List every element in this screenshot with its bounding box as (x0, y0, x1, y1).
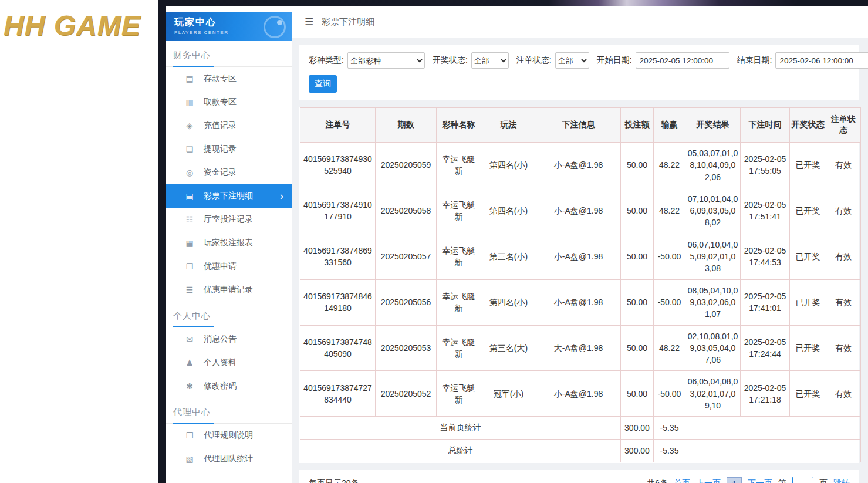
page-summary-winloss: -5.35 (654, 417, 685, 440)
column-header: 下注时间 (741, 108, 790, 143)
table-cell: 小-A盘@1.98 (536, 279, 621, 325)
profile-icon: ♟ (185, 358, 194, 367)
table-cell: 401569173874748405090 (300, 325, 376, 371)
table-cell: 401569173874930525940 (300, 143, 376, 188)
end-date-label: 结束日期: (737, 55, 772, 66)
left-dark-strip (158, 0, 166, 483)
sidebar-item-withdrawal-records[interactable]: ❏提现记录 (166, 137, 292, 161)
end-date-input[interactable] (775, 52, 868, 69)
table-body: 40156917387493052594020250205059幸运飞艇新第四名… (300, 143, 861, 417)
table-row: 40156917387491017791020250205058幸运飞艇新第四名… (300, 188, 861, 234)
jump-label-pre: 第 (778, 478, 786, 483)
table-cell: 幸运飞艇新 (437, 234, 481, 279)
sidebar-item-label: 取款专区 (204, 97, 237, 107)
change-password-icon: ✱ (185, 381, 194, 391)
start-date-input[interactable] (636, 52, 729, 69)
page-summary-empty (685, 417, 861, 440)
player-bet-report-icon: ▦ (185, 238, 194, 248)
order-status-label: 注单状态: (516, 55, 552, 66)
sidebar-item-agent-rules[interactable]: ❒代理规则说明 (166, 424, 292, 447)
table-cell: 幸运飞艇新 (437, 371, 481, 417)
table-header-row: 注单号期数彩种名称玩法下注信息投注额输赢开奖结果下注时间开奖状态注单状态 (300, 108, 861, 143)
prev-page-link[interactable]: 上一页 (696, 478, 721, 483)
sidebar-item-lottery-bet-details[interactable]: ▤彩票下注明细› (166, 184, 292, 208)
table-cell: 第三名(大) (481, 325, 536, 371)
menu-toggle-icon[interactable]: ☰ (305, 16, 313, 28)
sidebar-item-withdraw[interactable]: ▥取款专区 (166, 90, 292, 114)
sidebar: 玩家中心 PLAYERS CENTER 财务中心▤存款专区▥取款专区◈充值记录❏… (166, 6, 292, 483)
table-cell: 小-A盘@1.98 (536, 143, 621, 188)
sidebar-item-label: 消息公告 (204, 334, 237, 344)
players-center-header: 玩家中心 PLAYERS CENTER (166, 12, 292, 41)
table-cell: 401569173874846149180 (300, 279, 376, 325)
sidebar-item-deposit[interactable]: ▤存款专区 (166, 67, 292, 90)
sidebar-item-promo-apply[interactable]: ❐优惠申请 (166, 255, 292, 278)
sidebar-item-profile[interactable]: ♟个人资料 (166, 351, 292, 374)
section-title-1: 个人中心 (166, 302, 292, 327)
top-dark-strip (158, 0, 868, 6)
search-button[interactable]: 查询 (309, 75, 337, 93)
order-status-select[interactable]: 全部 (555, 52, 589, 69)
lottery-type-select[interactable]: 全部彩种 (347, 52, 425, 69)
withdraw-icon: ▥ (185, 97, 194, 107)
column-header: 投注额 (621, 108, 654, 143)
first-page-link[interactable]: 首页 (674, 478, 690, 483)
bets-table-card: 注单号期数彩种名称玩法下注信息投注额输赢开奖结果下注时间开奖状态注单状态 401… (299, 107, 859, 463)
next-page-link[interactable]: 下一页 (748, 478, 772, 483)
sidebar-item-hall-bet-records[interactable]: ☷厅室投注记录 (166, 208, 292, 231)
section-title-0: 财务中心 (166, 41, 292, 67)
chevron-right-icon: › (280, 191, 283, 201)
sidebar-item-label: 提现记录 (204, 144, 237, 154)
sidebar-item-agent-team-stats[interactable]: ▧代理团队统计 (166, 447, 292, 471)
sidebar-item-label: 彩票下注明细 (204, 191, 253, 201)
table-cell: 小-A盘@1.98 (536, 188, 621, 234)
filter-row: 彩种类型: 全部彩种 开奖状态: 全部 注单状态: 全部 开始日期: (309, 52, 850, 69)
page-summary-bet: 300.00 (621, 417, 654, 440)
table-row: 40156917387484614918020250205056幸运飞艇新第四名… (300, 279, 861, 325)
table-cell: 幸运飞艇新 (437, 279, 481, 325)
sidebar-item-label: 代理规则说明 (204, 430, 253, 441)
sidebar-item-change-password[interactable]: ✱修改密码 (166, 374, 292, 398)
table-cell: 05,03,07,01,08,10,04,09,02,06 (685, 143, 741, 188)
sidebar-menu: 财务中心▤存款专区▥取款专区◈充值记录❏提现记录◎资金记录▤彩票下注明细›☷厅室… (166, 41, 292, 471)
hall-bet-records-icon: ☷ (185, 215, 194, 224)
table-cell: 幸运飞艇新 (437, 188, 481, 234)
column-header: 开奖状态 (790, 108, 826, 143)
draw-status-select[interactable]: 全部 (471, 52, 509, 69)
table-cell: 已开奖 (790, 279, 826, 325)
table-cell: 第三名(小) (481, 234, 536, 279)
sidebar-item-label: 玩家投注报表 (204, 238, 253, 248)
table-cell: 20250205058 (376, 188, 437, 234)
sidebar-item-label: 个人资料 (204, 357, 237, 368)
sidebar-item-funds-records[interactable]: ◎资金记录 (166, 161, 292, 184)
sidebar-item-recharge-records[interactable]: ◈充值记录 (166, 114, 292, 137)
total-summary-row: 总统计 300.00 -5.35 (300, 440, 861, 462)
current-page[interactable]: 1 (727, 477, 742, 483)
table-cell: 08,05,04,10,09,03,02,06,01,07 (685, 279, 741, 325)
column-header: 期数 (376, 108, 437, 143)
sidebar-item-label: 存款专区 (204, 73, 237, 84)
jump-page-input[interactable] (792, 477, 813, 483)
table-cell: 冠军(小) (481, 371, 536, 417)
sidebar-item-promo-apply-records[interactable]: ☰优惠申请记录 (166, 278, 292, 302)
column-header: 开奖结果 (685, 108, 741, 143)
table-cell: 2025-02-05 17:21:18 (741, 371, 790, 417)
column-header: 彩种名称 (437, 108, 481, 143)
table-cell: -50.00 (654, 371, 685, 417)
table-cell: -50.00 (654, 279, 685, 325)
topbar: ☰ 彩票下注明细 (292, 6, 868, 38)
deposit-icon: ▤ (185, 74, 194, 83)
sidebar-item-player-bet-report[interactable]: ▦玩家投注报表 (166, 231, 292, 255)
table-cell: 2025-02-05 17:41:01 (741, 279, 790, 325)
jump-link[interactable]: 跳转 (833, 478, 850, 483)
agent-team-stats-icon: ▧ (185, 454, 194, 464)
agent-rules-icon: ❒ (185, 431, 194, 440)
table-cell: 06,07,10,04,05,09,02,01,03,08 (685, 234, 741, 279)
table-cell: 已开奖 (790, 325, 826, 371)
total-summary-winloss: -5.35 (654, 440, 685, 462)
filter-panel: 彩种类型: 全部彩种 开奖状态: 全部 注单状态: 全部 开始日期: (299, 45, 859, 100)
table-cell: 48.22 (654, 143, 685, 188)
table-cell: 50.00 (621, 279, 654, 325)
sidebar-item-messages[interactable]: ✉消息公告 (166, 327, 292, 351)
lottery-bet-details-icon: ▤ (185, 191, 194, 201)
